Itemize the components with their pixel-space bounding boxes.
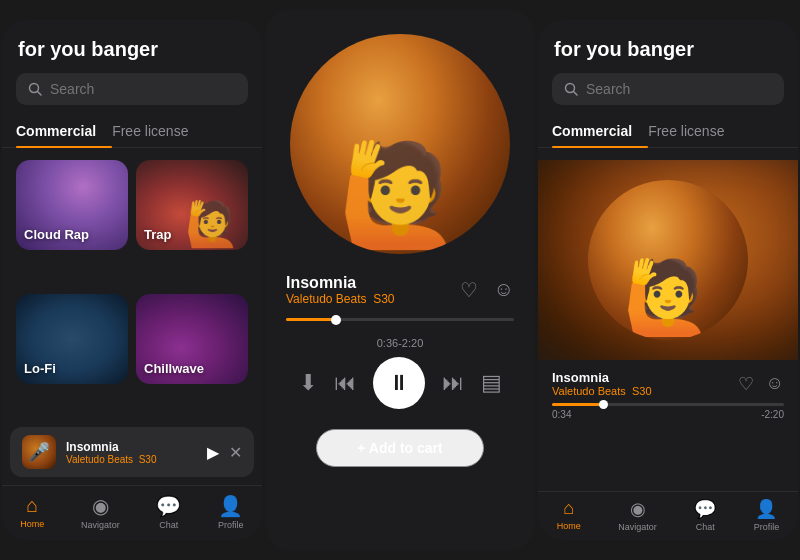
now-playing-bar[interactable]: 🎤 Insomnia Valetudo Beats S30 ▶ ✕ [10, 427, 254, 477]
genre-grid: Cloud Rap 🙋 Trap Lo-Fi Chillwave [2, 160, 262, 419]
right-track-row: Insomnia Valetudo Beats S30 ♡ ☺ [538, 360, 798, 403]
progress-fill [286, 318, 336, 321]
home-icon: ⌂ [26, 494, 38, 517]
middle-track-artist: Valetudo Beats [286, 292, 367, 306]
add-to-cart-button[interactable]: + Add to cart [316, 429, 483, 467]
progress-thumb [331, 315, 341, 325]
now-playing-info: Insomnia Valetudo Beats S30 [66, 440, 197, 465]
now-playing-controls: ▶ ✕ [207, 443, 242, 462]
middle-track-info-row: Insomnia Valetudo Beats S30 ♡ ☺ [266, 274, 534, 306]
middle-track-title: Insomnia [286, 274, 395, 292]
left-search-input[interactable] [50, 81, 236, 97]
middle-phone-panel: 🙋 Insomnia Valetudo Beats S30 ♡ ☺ [266, 10, 534, 550]
profile-icon: 👤 [218, 494, 243, 518]
right-emoji-icon[interactable]: ☺ [766, 373, 784, 395]
right-panel-art: 🙋 [538, 160, 798, 360]
right-nav-label-profile: Profile [754, 522, 780, 532]
nav-item-home[interactable]: ⌂ Home [20, 494, 44, 530]
time-current: 0:36 [377, 337, 398, 349]
next-icon[interactable]: ⏭ [442, 370, 464, 396]
time-row: 0:36 -2:20 [357, 333, 444, 349]
progress-bar[interactable] [286, 318, 514, 321]
right-nav-home[interactable]: ⌂ Home [557, 498, 581, 532]
right-header: for you banger [538, 20, 798, 69]
right-time-remaining: -2:20 [761, 409, 784, 420]
right-nav-label-chat: Chat [696, 522, 715, 532]
prev-icon[interactable]: ⏮ [334, 370, 356, 396]
genre-tile-cloud-rap[interactable]: Cloud Rap [16, 160, 128, 250]
trap-figure: 🙋 [185, 198, 240, 250]
nav-label-chat: Chat [159, 520, 178, 530]
genre-tile-trap[interactable]: 🙋 Trap [136, 160, 248, 250]
bottom-nav: ⌂ Home ◉ Navigator 💬 Chat 👤 Profile [2, 485, 262, 540]
play-button[interactable]: ▶ [207, 443, 219, 462]
right-nav-label-navigator: Navigator [618, 522, 657, 532]
genre-label-trap: Trap [144, 227, 171, 242]
nav-item-profile[interactable]: 👤 Profile [218, 494, 244, 530]
track-actions: ♡ ☺ [460, 278, 514, 302]
right-tab-free-license[interactable]: Free license [648, 115, 740, 147]
right-progress-thumb [599, 400, 608, 409]
time-remaining: -2:20 [398, 337, 423, 349]
right-tab-commercial[interactable]: Commercial [552, 115, 648, 147]
navigator-icon: ◉ [92, 494, 109, 518]
right-search-input[interactable] [586, 81, 772, 97]
play-pause-button[interactable]: ⏸ [373, 357, 425, 409]
right-progress-fill [552, 403, 603, 406]
right-time-row: 0:34 -2:20 [538, 406, 798, 420]
right-performer-figure: 🙋 [623, 255, 713, 340]
right-search-icon [564, 82, 578, 96]
heart-icon[interactable]: ♡ [460, 278, 478, 302]
right-nav-chat[interactable]: 💬 Chat [694, 498, 716, 532]
left-search-bar[interactable] [16, 73, 248, 105]
right-nav-profile[interactable]: 👤 Profile [754, 498, 780, 532]
progress-wrap[interactable] [266, 318, 534, 321]
nav-label-navigator: Navigator [81, 520, 120, 530]
right-home-icon: ⌂ [563, 498, 574, 519]
genre-label-cloud-rap: Cloud Rap [24, 227, 89, 242]
right-search-bar[interactable] [552, 73, 784, 105]
right-profile-icon: 👤 [755, 498, 777, 520]
right-track-price: S30 [632, 385, 652, 397]
left-tab-commercial[interactable]: Commercial [16, 115, 112, 147]
nav-label-profile: Profile [218, 520, 244, 530]
close-button[interactable]: ✕ [229, 443, 242, 462]
search-icon [28, 82, 42, 96]
performer-figure: 🙋 [338, 136, 463, 254]
left-tabs: Commercial Free license [2, 115, 262, 148]
svg-line-3 [574, 92, 578, 96]
middle-track-sub: Valetudo Beats S30 [286, 292, 395, 306]
right-album-circle: 🙋 [588, 180, 748, 340]
now-playing-artist: Valetudo Beats [66, 454, 133, 465]
nav-item-chat[interactable]: 💬 Chat [156, 494, 181, 530]
download-icon[interactable]: ⬇ [299, 370, 317, 396]
middle-track-price: S30 [373, 292, 394, 306]
left-tab-free-license[interactable]: Free license [112, 115, 204, 147]
right-track-title: Insomnia [552, 370, 652, 385]
right-bottom-nav: ⌂ Home ◉ Navigator 💬 Chat 👤 Profile [538, 491, 798, 540]
genre-label-lofi: Lo-Fi [24, 361, 56, 376]
genre-tile-chillwave[interactable]: Chillwave [136, 294, 248, 384]
nav-label-home: Home [20, 519, 44, 529]
svg-line-1 [38, 92, 42, 96]
now-playing-sub: Valetudo Beats S30 [66, 454, 197, 465]
now-playing-title: Insomnia [66, 440, 197, 454]
right-heart-icon[interactable]: ♡ [738, 373, 754, 395]
nav-item-navigator[interactable]: ◉ Navigator [81, 494, 120, 530]
right-phone-panel: for you banger Commercial Free license 🙋… [538, 20, 798, 540]
now-playing-thumbnail: 🎤 [22, 435, 56, 469]
right-time-current: 0:34 [552, 409, 571, 420]
chat-icon: 💬 [156, 494, 181, 518]
right-track-artist: Valetudo Beats [552, 385, 626, 397]
right-chat-icon: 💬 [694, 498, 716, 520]
queue-icon[interactable]: ▤ [481, 370, 502, 396]
left-header: for you banger [2, 20, 262, 69]
right-nav-navigator[interactable]: ◉ Navigator [618, 498, 657, 532]
right-nav-label-home: Home [557, 521, 581, 531]
genre-label-chillwave: Chillwave [144, 361, 204, 376]
emoji-icon[interactable]: ☺ [494, 278, 514, 302]
album-art: 🙋 [290, 34, 510, 254]
right-track-sub: Valetudo Beats S30 [552, 385, 652, 397]
right-navigator-icon: ◉ [630, 498, 646, 520]
genre-tile-lofi[interactable]: Lo-Fi [16, 294, 128, 384]
